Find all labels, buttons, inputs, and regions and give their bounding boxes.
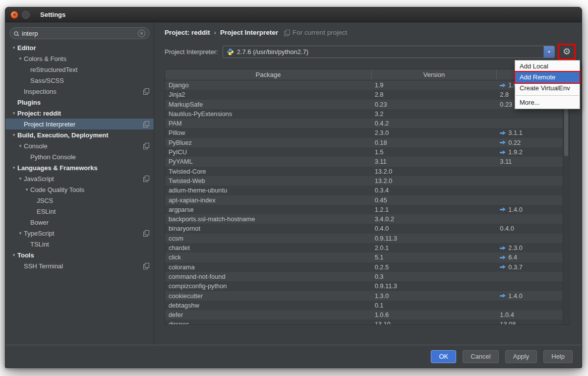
sidebar-item-bower[interactable]: Bower [5,217,154,228]
table-row-pillow[interactable]: Pillow2.3.03.1.1 [165,128,569,137]
apply-button[interactable]: Apply [505,350,537,363]
titlebar[interactable]: × Settings [5,7,582,22]
sidebar-item-build-execution-deployment[interactable]: ▾Build, Execution, Deployment [5,129,154,140]
sidebar-item-restructuredtext[interactable]: reStructuredText [5,64,154,75]
cancel-button[interactable]: Cancel [463,350,498,363]
table-row-click[interactable]: click5.16.4 [165,252,569,262]
table-row-command-not-found[interactable]: command-not-found0.3 [165,272,569,281]
sidebar-item-label: Plugins [17,99,41,106]
expander-icon[interactable]: ▾ [23,187,30,192]
package-name: binaryornot [165,224,371,233]
python-icon [227,48,234,56]
sidebar-item-project-interpreter[interactable]: Project Interpreter [5,119,154,129]
table-row-dirspec[interactable]: dirspec13.1013.08 [165,319,569,325]
table-row-cookiecutter[interactable]: cookiecutter1.3.01.4.0 [165,291,569,301]
sidebar-item-sass-scss[interactable]: Sass/SCSS [5,75,154,86]
sidebar-item-colors-fonts[interactable]: ▾Colors & Fonts [5,53,154,64]
package-latest [496,214,569,224]
column-header-package[interactable]: Package [165,69,371,80]
table-row-apt-xapian-index[interactable]: apt-xapian-index0.45 [165,195,569,205]
expander-icon[interactable]: ▾ [10,111,17,116]
table-row-chardet[interactable]: chardet2.0.12.3.0 [165,243,569,252]
menu-item-add-remote[interactable]: Add Remote [515,72,580,83]
package-name: apt-xapian-index [165,195,371,205]
table-row-twisted-core[interactable]: Twisted-Core13.2.0 [165,167,569,176]
table-row-adium-theme-ubuntu[interactable]: adium-theme-ubuntu0.3.4 [165,186,569,195]
sidebar-item-project-reddit[interactable]: ▾Project: reddit [5,108,154,119]
help-button[interactable]: Help [543,350,573,363]
package-latest: 1.0.4 [496,310,569,319]
breadcrumb-section[interactable]: Project Interpreter [220,29,278,36]
table-row-argparse[interactable]: argparse1.2.11.4.0 [165,205,569,214]
sidebar-item-label: Build, Execution, Deployment [17,131,108,139]
interpreter-combobox[interactable]: 2.7.6 (/usr/bin/python2.7) ▼ [223,46,555,58]
upgrade-arrow-icon [500,255,506,259]
sidebar-item-label: SSH Terminal [24,262,63,270]
table-row-pyicu[interactable]: PyICU1.51.9.2 [165,147,569,157]
expander-icon[interactable]: ▾ [17,143,24,148]
table-row-jinja2[interactable]: Jinja22.82.8 [165,90,569,99]
table-row-colorama[interactable]: colorama0.2.50.3.7 [165,262,569,272]
settings-sidebar: × ▾Editor▾Colors & FontsreStructuredText… [5,22,154,345]
sidebar-item-label: ESLint [37,208,56,215]
table-row-django[interactable]: Django1.91.9.4 [165,80,569,90]
sidebar-item-plugins[interactable]: Plugins [5,97,154,108]
expander-icon[interactable]: ▾ [17,231,24,236]
shared-settings-icon [143,121,149,127]
table-row-nautilus-pyextensions[interactable]: Nautilus-PyExtensions3.2 [165,109,569,119]
sidebar-item-typescript[interactable]: ▾TypeScript [5,228,154,239]
package-version: 0.4.2 [371,119,497,128]
upgrade-arrow-icon [500,208,506,212]
table-row-pyyaml[interactable]: PyYAML3.113.11 [165,157,569,166]
settings-search-input[interactable] [22,30,134,37]
expander-icon[interactable]: ▾ [10,45,17,50]
sidebar-item-editor[interactable]: ▾Editor [5,42,154,53]
table-row-debtagshw[interactable]: debtagshw0.1 [165,301,569,310]
settings-main-panel: Project: reddit › Project Interpreter Fo… [155,22,582,345]
table-row-pybluez[interactable]: PyBluez0.180.22 [165,138,569,147]
table-row-pam[interactable]: PAM0.4.2 [165,119,569,128]
table-row-compizconfig-python[interactable]: compizconfig-python0.9.11.3 [165,281,569,291]
package-table-header: PackageVersionLatest [165,69,569,80]
expander-icon[interactable]: ▾ [17,56,24,61]
sidebar-item-ssh-terminal[interactable]: SSH Terminal [5,260,154,271]
sidebar-item-languages-frameworks[interactable]: ▾Languages & Frameworks [5,162,154,173]
sidebar-item-python-console[interactable]: Python Console [5,151,154,162]
table-row-markupsafe[interactable]: MarkupSafe0.230.23 [165,100,569,109]
sidebar-item-eslint[interactable]: ESLint [5,206,154,217]
package-latest: 2.3.0 [496,243,569,252]
sidebar-item-javascript[interactable]: ▾JavaScript [5,173,154,184]
menu-item-add-local[interactable]: Add Local [515,61,580,72]
breadcrumb-project[interactable]: Project: reddit [165,29,210,36]
menu-item-create-virtualenv[interactable]: Create VirtualEnv [515,83,580,94]
ok-button[interactable]: OK [431,350,456,363]
sidebar-item-console[interactable]: ▾Console [5,140,154,151]
window-close-button[interactable]: × [10,11,18,19]
package-latest: 1.4.0 [496,205,569,214]
table-row-defer[interactable]: defer1.0.61.0.4 [165,310,569,319]
combobox-dropdown-icon[interactable]: ▼ [543,46,554,58]
sidebar-item-inspections[interactable]: Inspections [5,86,154,97]
settings-search-box[interactable]: × [9,27,150,39]
window-minimize-button[interactable] [22,11,30,19]
expander-icon[interactable]: ▾ [17,176,24,181]
column-header-version[interactable]: Version [371,69,497,80]
interpreter-settings-gear-button[interactable]: ⚙ [560,46,574,58]
expander-icon[interactable]: ▾ [10,132,17,137]
package-name: adium-theme-ubuntu [165,186,371,195]
expander-icon[interactable]: ▾ [10,165,17,170]
menu-item-more[interactable]: More... [515,97,580,108]
sidebar-item-tools[interactable]: ▾Tools [5,250,154,260]
sidebar-item-code-quality-tools[interactable]: ▾Code Quality Tools [5,184,154,195]
clear-search-icon[interactable]: × [138,30,145,37]
package-version: 0.1 [371,301,497,310]
sidebar-item-tslint[interactable]: TSLint [5,239,154,250]
table-row-binaryornot[interactable]: binaryornot0.4.00.4.0 [165,224,569,233]
table-row-twisted-web[interactable]: Twisted-Web13.2.0 [165,176,569,186]
dialog-buttons: OKCancelApplyHelp [5,345,582,368]
sidebar-item-jscs[interactable]: JSCS [5,195,154,206]
package-version: 0.3.4 [371,186,497,195]
expander-icon[interactable]: ▾ [10,252,17,257]
table-row-ccsm[interactable]: ccsm0.9.11.3 [165,234,569,243]
table-row-backports-ssl-match-hostname[interactable]: backports.ssl-match-hostname3.4.0.2 [165,214,569,224]
